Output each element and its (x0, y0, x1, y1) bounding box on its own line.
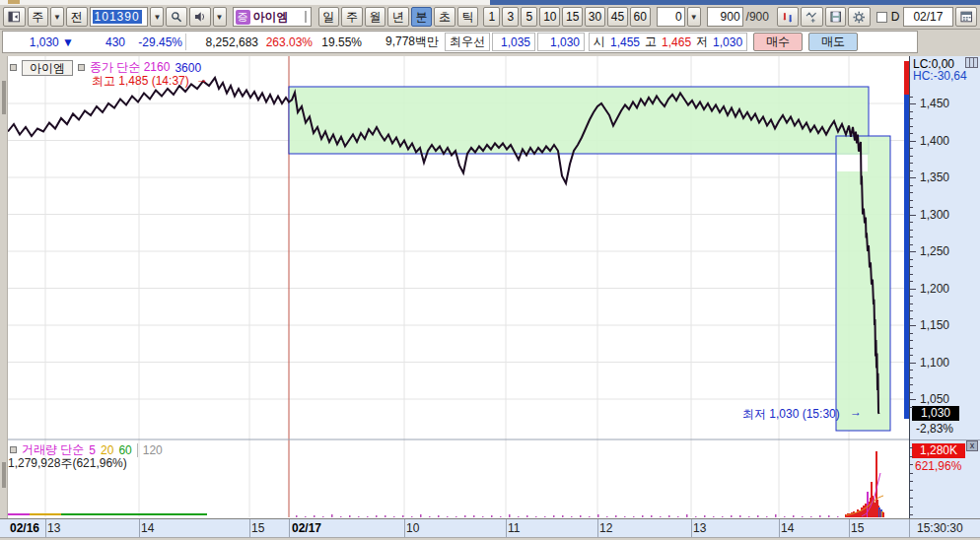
volume-bar (686, 514, 688, 517)
volume-ma-line (8, 513, 30, 515)
field-grip (301, 11, 307, 23)
volume-bar (438, 515, 440, 517)
low-price: 1,030 (713, 35, 742, 49)
axis-tick (910, 103, 916, 104)
interval-15-button[interactable]: 15 (562, 7, 583, 27)
volume-bar (402, 515, 404, 517)
offset-input[interactable]: 0 (657, 7, 685, 27)
price-compare-button[interactable] (777, 7, 800, 27)
buy-button[interactable]: 매수 (753, 33, 803, 51)
close-icon[interactable]: x (966, 440, 978, 451)
interval-3-button[interactable]: 3 (502, 7, 519, 27)
time-axis-label: 02/17 (292, 521, 321, 535)
selection-box-gap (837, 155, 868, 171)
period-week-button[interactable]: 주 (341, 7, 363, 27)
prev-button[interactable]: 전 (66, 7, 88, 27)
volume-bar (722, 516, 724, 517)
volume-bar (853, 511, 855, 517)
settings-button[interactable] (848, 7, 871, 27)
speaker-icon (194, 11, 206, 23)
axis-tick (910, 274, 913, 275)
axis-tick (910, 281, 913, 282)
price-axis-label: 1,250 (920, 244, 949, 258)
stock-code-value: 101390 (93, 10, 142, 24)
selection-box (836, 136, 890, 431)
time-axis-separator (909, 519, 910, 538)
time-axis-separator (691, 519, 692, 538)
volume-bar (580, 515, 582, 517)
time-axis-separator (289, 519, 290, 538)
volume-bar (677, 516, 679, 517)
volume-bar (766, 516, 768, 517)
interval-60-button[interactable]: 60 (630, 7, 651, 27)
stock-name-field[interactable]: 증 아이엠 (233, 7, 312, 27)
chart-tab[interactable]: 아이엠 (22, 60, 73, 76)
period-month-button[interactable]: 월 (365, 7, 386, 27)
volume-bar (447, 516, 449, 517)
interval-10-button[interactable]: 10 (539, 7, 560, 27)
axis-tick (910, 407, 913, 408)
volume-bar (668, 515, 670, 517)
period-minute-button[interactable]: 분 (411, 7, 433, 27)
volume-bar (571, 516, 573, 517)
interval-5-button[interactable]: 5 (521, 7, 537, 27)
legend-square-icon[interactable] (10, 446, 17, 453)
price-axis-label: 1,350 (920, 170, 949, 184)
code-dropdown-arrow[interactable]: ▼ (150, 7, 164, 27)
volume-ma-line (61, 513, 207, 515)
volume-bar (775, 514, 777, 517)
volume-bar (739, 515, 741, 517)
period-day-button[interactable]: 일 (318, 7, 340, 27)
period-year-button[interactable]: 년 (387, 7, 409, 27)
search-button[interactable] (166, 7, 187, 27)
interval-30-button[interactable]: 30 (585, 7, 605, 27)
ohl-group: 시 1,455 고 1,465 저 1,030 (589, 33, 747, 51)
bar-count-input[interactable]: 900 (707, 7, 743, 27)
time-axis-label: 10 (406, 521, 419, 535)
period-tick-button[interactable]: 틱 (457, 7, 479, 27)
legend-square-icon[interactable] (10, 64, 17, 71)
volume-axis-tick (910, 464, 913, 465)
time-axis[interactable]: 02/1613141502/1710111213141515:30:30 (0, 518, 980, 537)
legend-square-icon[interactable] (78, 64, 85, 71)
volume-ma120: 120 (143, 443, 163, 457)
interval-1-button[interactable]: 1 (483, 7, 500, 27)
stock-code-input[interactable]: 101390 (90, 7, 149, 27)
time-axis-label: 15 (251, 521, 264, 535)
axis-tick (910, 392, 913, 393)
current-volume-pct: 621,96% (915, 459, 961, 473)
week-button[interactable]: 주 (28, 7, 49, 27)
volume-ratio: 263.03% (258, 35, 313, 49)
offset-dropdown-arrow[interactable]: ▼ (687, 7, 701, 27)
volume-bar (296, 515, 298, 517)
sound-button[interactable] (189, 7, 211, 27)
panel-toggle-button[interactable] (3, 7, 26, 27)
volume-bar (597, 514, 599, 517)
date-input[interactable]: 02/17 (903, 7, 952, 27)
volume-bar (748, 516, 750, 517)
calendar-button[interactable] (955, 7, 978, 27)
axis-tick (910, 377, 913, 378)
d-checkbox[interactable] (876, 12, 887, 23)
axis-tick (910, 296, 913, 297)
volume-bar (651, 515, 653, 517)
axis-grid-icon[interactable] (965, 57, 978, 68)
price-axis[interactable]: LC:0,00 HC:-30,64 1,030 -2,83% 1,280K x … (909, 56, 980, 518)
save-button[interactable] (825, 7, 847, 27)
chart-area[interactable]: 아이엠 종가 단순 2160 3600 최고 1,485 (14:37) → 최… (0, 56, 980, 518)
time-axis-label: 15:30:30 (917, 521, 963, 535)
period-second-button[interactable]: 초 (434, 7, 455, 27)
sound-dropdown-arrow[interactable]: ▼ (213, 7, 227, 27)
axis-tick (910, 177, 916, 178)
week-dropdown-arrow[interactable]: ▼ (50, 7, 64, 27)
low-label: 저 (696, 34, 708, 50)
volume-bar (857, 509, 859, 517)
axis-tick (910, 370, 913, 371)
sell-button[interactable]: 매도 (808, 33, 858, 51)
best-bid: 1,030 (537, 33, 585, 51)
trendline-button[interactable] (801, 7, 823, 27)
trade-value: 9,778백만 (362, 34, 439, 50)
axis-tick (910, 236, 913, 237)
interval-45-button[interactable]: 45 (607, 7, 628, 27)
bar-total-label: /900 (745, 10, 769, 24)
